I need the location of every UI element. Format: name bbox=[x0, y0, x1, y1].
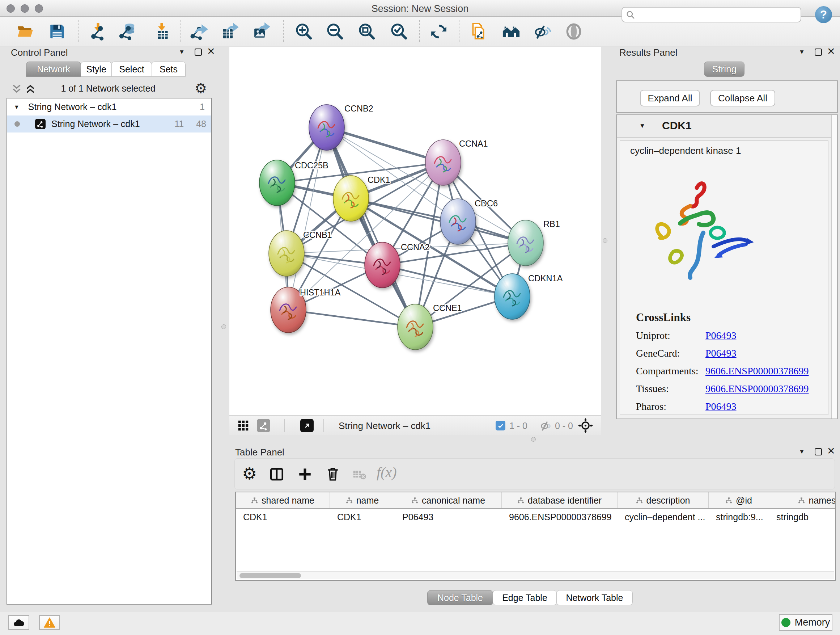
table-tabs: Node TableEdge TableNetwork Table bbox=[427, 590, 632, 605]
create-column-plus-icon[interactable] bbox=[297, 467, 313, 482]
collection-expand-icon[interactable]: ▼ bbox=[14, 104, 19, 111]
crosslink-row: Pharos:P06493 bbox=[636, 401, 808, 412]
control-panel-float-icon[interactable] bbox=[195, 49, 202, 56]
divider bbox=[534, 419, 534, 432]
tab-select[interactable]: Select bbox=[111, 62, 152, 77]
network-node-CDKN1A[interactable] bbox=[494, 274, 530, 319]
results-panel-collapse-icon[interactable]: ▼ bbox=[799, 49, 805, 56]
results-panel-close-icon[interactable]: ✕ bbox=[827, 46, 835, 57]
network-collection-row[interactable]: ▼ String Network – cdk1 1 bbox=[7, 98, 211, 116]
crosslink-link[interactable]: P06493 bbox=[706, 330, 737, 341]
network-node-CCNA1[interactable] bbox=[425, 140, 461, 185]
apply-layout-button[interactable] bbox=[428, 20, 450, 43]
export-table-button[interactable] bbox=[219, 20, 241, 43]
expand-all-button[interactable]: Expand All bbox=[640, 90, 700, 106]
toolbar-separator bbox=[419, 20, 420, 42]
export-image-button[interactable] bbox=[251, 20, 273, 43]
tab-style[interactable]: Style bbox=[81, 62, 112, 77]
import-network-button[interactable] bbox=[87, 20, 109, 43]
column-header-description[interactable]: description bbox=[617, 492, 709, 508]
table-hscrollbar-thumb[interactable] bbox=[240, 573, 301, 578]
open-in-window-icon[interactable] bbox=[300, 419, 314, 432]
column-header-database-identifier[interactable]: database identifier bbox=[502, 492, 617, 508]
right-splitter-handle[interactable] bbox=[603, 238, 607, 243]
import-database-button[interactable] bbox=[117, 20, 139, 43]
crosslink-link[interactable]: 9606.ENSP00000378699 bbox=[706, 383, 808, 394]
string-network-badge-icon[interactable] bbox=[257, 419, 270, 432]
table-row[interactable]: CDK1CDK1P064939606.ENSP00000378699cyclin… bbox=[236, 509, 835, 525]
open-session-button[interactable] bbox=[14, 20, 36, 43]
control-panel-collapse-icon[interactable]: ▼ bbox=[179, 49, 185, 56]
crosslink-link[interactable]: P06493 bbox=[706, 401, 737, 412]
table-cell[interactable]: 9606.ENSP00000378699 bbox=[502, 512, 617, 523]
table-cell[interactable]: stringdb:9... bbox=[709, 512, 769, 523]
bottom-splitter-handle[interactable] bbox=[531, 437, 536, 442]
hidden-eye-icon[interactable] bbox=[539, 420, 552, 432]
cloud-button[interactable] bbox=[8, 615, 29, 630]
collapse-all-button[interactable]: Collapse All bbox=[710, 90, 775, 106]
column-header-name[interactable]: name bbox=[330, 492, 395, 508]
column-header-namespace[interactable]: namespace bbox=[769, 492, 836, 508]
network-row-selected[interactable]: String Network – cdk1 11 48 bbox=[7, 116, 211, 133]
table-panel-close-icon[interactable]: ✕ bbox=[827, 445, 835, 457]
network-node-CDC25B[interactable] bbox=[259, 160, 295, 206]
table-settings-gear-icon[interactable]: ⚙ bbox=[242, 464, 257, 483]
grid-view-icon[interactable] bbox=[237, 420, 249, 432]
network-node-CCNA2[interactable] bbox=[365, 242, 400, 288]
tab-sets[interactable]: Sets bbox=[152, 62, 186, 77]
results-panel-float-icon[interactable] bbox=[815, 49, 822, 56]
selected-checkbox-icon[interactable] bbox=[496, 421, 505, 431]
column-header--id[interactable]: @id bbox=[709, 492, 769, 508]
show-all-icon bbox=[565, 22, 583, 41]
network-node-CCNB1[interactable] bbox=[269, 231, 304, 276]
export-network-button[interactable] bbox=[188, 20, 210, 43]
network-options-gear-icon[interactable]: ⚙ bbox=[195, 80, 207, 96]
delete-column-trash-icon[interactable] bbox=[325, 466, 341, 482]
control-panel-close-icon[interactable]: ✕ bbox=[207, 46, 215, 57]
results-scrollbar[interactable] bbox=[831, 115, 837, 418]
import-table-button[interactable] bbox=[151, 20, 172, 43]
crosslink-link[interactable]: 9606.ENSP00000378699 bbox=[706, 365, 808, 377]
table-cell[interactable]: stringdb bbox=[769, 512, 836, 523]
network-node-RB1[interactable] bbox=[508, 220, 543, 266]
search-input[interactable] bbox=[638, 8, 801, 21]
table-cell[interactable]: CDK1 bbox=[236, 512, 330, 523]
tab-network-table[interactable]: Network Table bbox=[556, 590, 633, 605]
tab-network[interactable]: Network bbox=[26, 62, 81, 77]
network-node-CDC6[interactable] bbox=[440, 199, 476, 244]
memory-button[interactable]: Memory bbox=[779, 614, 832, 631]
table-cell[interactable]: cyclin–dependent ... bbox=[617, 512, 709, 523]
hide-selected-button[interactable] bbox=[531, 20, 553, 43]
gene-section-header[interactable]: ▼ CDK1 bbox=[617, 115, 837, 138]
network-node-CCNB2[interactable] bbox=[309, 105, 344, 150]
tab-edge-table[interactable]: Edge Table bbox=[493, 590, 557, 605]
help-button[interactable]: ? bbox=[815, 6, 832, 23]
save-session-button[interactable] bbox=[46, 20, 68, 43]
crosslink-link[interactable]: P06493 bbox=[706, 348, 737, 359]
show-columns-icon[interactable] bbox=[269, 467, 284, 482]
left-splitter-handle[interactable] bbox=[221, 325, 226, 329]
column-header-canonical-name[interactable]: canonical name bbox=[395, 492, 502, 508]
network-node-CCNE1[interactable] bbox=[398, 304, 433, 350]
zoom-in-button[interactable] bbox=[293, 20, 315, 43]
column-header-shared-name[interactable]: shared name bbox=[236, 492, 330, 508]
birdseye-navigator-icon[interactable] bbox=[578, 418, 593, 433]
network-canvas[interactable]: CCNB2CCNA1CDC25BCDK1CDC6RB1CCNB1CCNA2CDK… bbox=[229, 47, 601, 415]
network-node-CDK1[interactable] bbox=[333, 176, 369, 221]
table-panel-collapse-icon[interactable]: ▼ bbox=[799, 448, 805, 455]
show-all-button[interactable] bbox=[563, 20, 584, 43]
tab-string[interactable]: String bbox=[704, 62, 745, 77]
zoom-out-button[interactable] bbox=[324, 20, 346, 43]
node-table: shared namenamecanonical namedatabase id… bbox=[235, 492, 836, 581]
table-panel-float-icon[interactable] bbox=[815, 448, 822, 455]
first-neighbors-button[interactable] bbox=[500, 20, 522, 43]
search-box[interactable] bbox=[622, 7, 801, 22]
table-cell[interactable]: P06493 bbox=[395, 512, 502, 523]
tab-node-table[interactable]: Node Table bbox=[427, 590, 493, 605]
zoom-selected-button[interactable] bbox=[388, 20, 410, 43]
zoom-fit-button[interactable] bbox=[356, 20, 378, 43]
network-from-selection-button[interactable] bbox=[467, 20, 489, 43]
table-cell[interactable]: CDK1 bbox=[330, 512, 395, 523]
gene-expand-icon[interactable]: ▼ bbox=[639, 122, 645, 130]
warnings-button[interactable] bbox=[39, 615, 60, 630]
